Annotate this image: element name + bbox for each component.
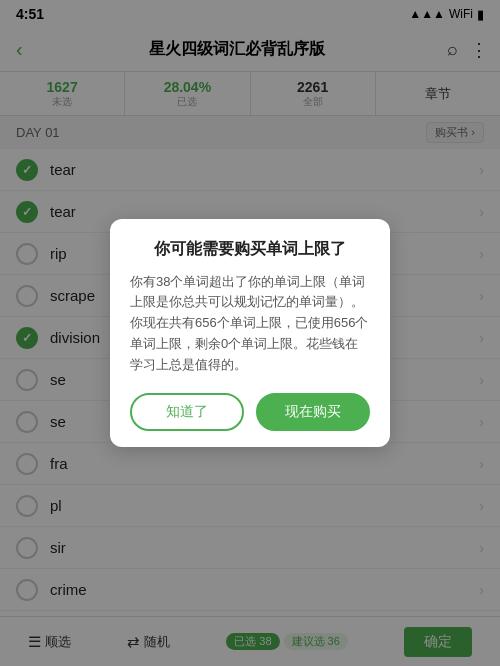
dialog-buttons: 知道了 现在购买 bbox=[130, 393, 370, 431]
dialog-cancel-button[interactable]: 知道了 bbox=[130, 393, 244, 431]
dialog-confirm-button[interactable]: 现在购买 bbox=[256, 393, 370, 431]
dialog-overlay: 你可能需要购买单词上限了 你有38个单词超出了你的单词上限（单词上限是你总共可以… bbox=[0, 0, 500, 666]
dialog-title: 你可能需要购买单词上限了 bbox=[130, 239, 370, 260]
dialog: 你可能需要购买单词上限了 你有38个单词超出了你的单词上限（单词上限是你总共可以… bbox=[110, 219, 390, 448]
dialog-body: 你有38个单词超出了你的单词上限（单词上限是你总共可以规划记忆的单词量）。你现在… bbox=[130, 272, 370, 376]
